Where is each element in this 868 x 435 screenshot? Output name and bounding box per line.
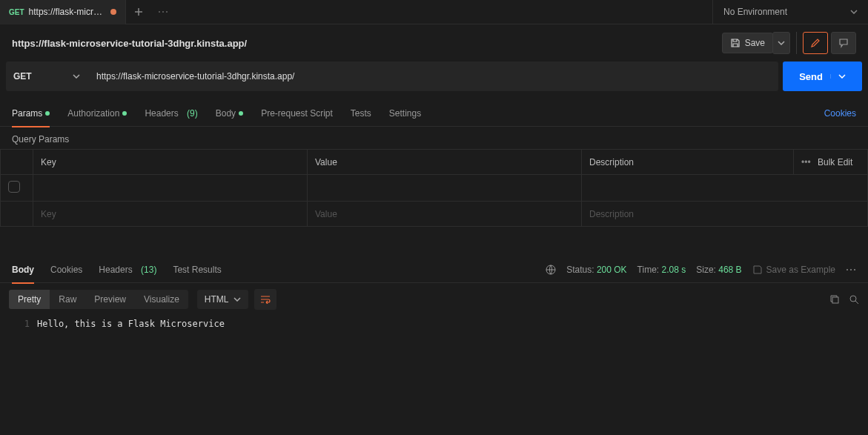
response-section: Body Cookies Headers (13) Test Results S…	[0, 256, 868, 332]
view-visualize[interactable]: Visualize	[135, 290, 188, 309]
method-label: GET	[13, 71, 32, 82]
table-header-row: Key Value Description ••• Bulk Edit	[1, 150, 868, 175]
search-icon[interactable]	[849, 294, 859, 305]
tab-title: https://flask-microserv	[29, 7, 106, 17]
svg-point-4	[847, 269, 848, 270]
tab-tests[interactable]: Tests	[351, 100, 371, 127]
svg-point-5	[850, 269, 852, 270]
tab-label: Tests	[351, 108, 371, 119]
save-as-example-button[interactable]: Save as Example	[752, 265, 835, 275]
save-dropdown[interactable]	[772, 32, 790, 54]
resp-tab-body[interactable]: Body	[12, 256, 34, 283]
time-value: 2.08 s	[662, 265, 686, 275]
tab-label: Settings	[389, 108, 421, 119]
copy-icon[interactable]	[829, 294, 840, 305]
view-preview[interactable]: Preview	[85, 290, 135, 309]
tab-label: Pre-request Script	[261, 108, 333, 119]
tab-headers[interactable]: Headers (9)	[145, 100, 197, 127]
tab-authorization[interactable]: Authorization	[67, 100, 127, 127]
description-cell[interactable]: Description	[582, 202, 868, 227]
table-row	[1, 175, 868, 202]
tab-label: Test Results	[173, 265, 221, 275]
view-pretty[interactable]: Pretty	[9, 290, 50, 309]
resp-tab-headers[interactable]: Headers (13)	[99, 256, 156, 283]
chevron-down-icon	[838, 74, 846, 79]
edit-button[interactable]	[803, 32, 828, 54]
plus-icon	[133, 7, 144, 17]
size-label: Size:	[696, 265, 716, 275]
tab-options-button[interactable]	[150, 10, 175, 13]
row-checkbox[interactable]	[8, 181, 20, 193]
environment-label: No Environment	[723, 7, 787, 17]
tab-label: Headers	[145, 108, 178, 119]
tab-label: Body	[216, 108, 236, 119]
description-cell[interactable]	[582, 175, 868, 202]
view-row: Pretty Raw Preview Visualize HTML	[0, 283, 868, 316]
title-row: https://flask-microservice-tutorial-3dhg…	[0, 24, 868, 62]
svg-point-1	[162, 11, 164, 13]
tab-body[interactable]: Body	[216, 100, 243, 127]
tab-params[interactable]: Params	[12, 100, 50, 127]
language-label: HTML	[205, 294, 229, 305]
tab-method: GET	[9, 8, 24, 16]
comment-icon	[838, 38, 849, 48]
response-body: 1 Hello, this is a Flask Microservice	[0, 316, 868, 332]
url-input[interactable]	[87, 62, 778, 91]
table-row-new: Key Value Description	[1, 202, 868, 227]
modified-dot-icon	[239, 111, 243, 116]
ellipsis-icon[interactable]: •••	[801, 157, 811, 167]
time-label: Time:	[637, 265, 660, 275]
language-select[interactable]: HTML	[197, 290, 248, 309]
view-raw[interactable]: Raw	[50, 290, 85, 309]
url-row: GET Send	[0, 62, 868, 91]
new-tab-button[interactable]	[126, 7, 150, 17]
save-example-label: Save as Example	[766, 265, 835, 275]
value-cell[interactable]: Value	[308, 202, 582, 227]
method-select[interactable]: GET	[6, 62, 87, 91]
send-button[interactable]: Send	[783, 62, 862, 91]
ellipsis-icon	[158, 10, 168, 13]
top-tab-bar: GET https://flask-microserv No Environme…	[0, 0, 868, 24]
size-value: 468 B	[718, 265, 741, 275]
view-right-actions	[829, 294, 859, 305]
key-header: Key	[33, 150, 308, 175]
tab-label: Params	[12, 108, 42, 119]
value-header: Value	[308, 150, 582, 175]
wrap-lines-button[interactable]	[254, 289, 276, 310]
divider	[796, 32, 797, 54]
status-label: Status:	[566, 265, 594, 275]
request-tabs: Params Authorization Headers (9) Body Pr…	[0, 100, 868, 127]
cookies-link[interactable]: Cookies	[824, 108, 856, 119]
line-number: 1	[0, 316, 37, 332]
svg-point-2	[166, 11, 168, 13]
key-cell[interactable]: Key	[33, 202, 308, 227]
chevron-down-icon	[233, 297, 241, 302]
tab-prerequest[interactable]: Pre-request Script	[261, 100, 333, 127]
svg-rect-7	[832, 297, 838, 303]
value-cell[interactable]	[308, 175, 582, 202]
modified-dot-icon	[122, 111, 127, 116]
globe-icon[interactable]	[546, 265, 556, 275]
resp-tab-cookies[interactable]: Cookies	[50, 256, 82, 283]
environment-select[interactable]: No Environment	[712, 0, 868, 24]
save-button[interactable]: Save	[722, 33, 773, 53]
bulk-edit-link[interactable]: Bulk Edit	[818, 157, 852, 167]
svg-point-0	[159, 11, 160, 13]
chevron-down-icon	[73, 74, 80, 79]
response-content[interactable]: Hello, this is a Flask Microservice	[37, 316, 225, 332]
key-cell[interactable]	[33, 175, 308, 202]
response-tabs: Body Cookies Headers (13) Test Results S…	[0, 256, 868, 283]
send-label: Send	[799, 71, 823, 82]
tab-label: Cookies	[50, 265, 82, 275]
bulk-edit-cell: ••• Bulk Edit	[794, 150, 868, 175]
request-tab[interactable]: GET https://flask-microserv	[0, 0, 126, 24]
view-tabs: Pretty Raw Preview Visualize	[9, 290, 188, 309]
ellipsis-icon[interactable]	[846, 268, 856, 271]
resp-tab-tests[interactable]: Test Results	[173, 256, 221, 283]
save-icon	[730, 38, 741, 48]
checkbox-header	[1, 150, 33, 175]
params-table: Key Value Description ••• Bulk Edit Key …	[0, 149, 868, 227]
wrap-icon	[260, 295, 271, 304]
tab-settings[interactable]: Settings	[389, 100, 421, 127]
comment-button[interactable]	[831, 32, 856, 54]
